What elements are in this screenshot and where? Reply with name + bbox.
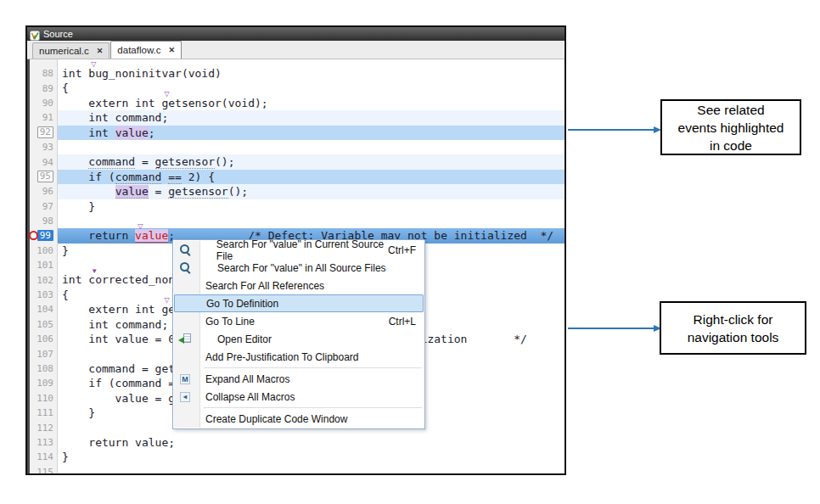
menu-item-shortcut: Ctrl+L xyxy=(389,316,416,328)
code-line-93[interactable]: 93 xyxy=(30,140,564,154)
code-line-91[interactable]: 91 int command; xyxy=(30,110,564,125)
line-number: 114 xyxy=(30,451,58,462)
event-marker-icon[interactable]: ▽ xyxy=(91,61,96,68)
window-title: Source xyxy=(43,29,73,39)
menu-item-go-to-definition[interactable]: Go To Definition xyxy=(174,294,424,312)
line-number: 107 xyxy=(30,349,58,360)
menu-icon-placeholder xyxy=(180,316,192,328)
search-icon xyxy=(180,262,192,274)
tab-bar: numerical.c✕dataflow.c✕ xyxy=(27,41,564,59)
code-line-95[interactable]: 95 if (command == 2) { xyxy=(30,170,564,184)
line-number: 103 xyxy=(30,289,58,300)
line-number: 106 xyxy=(30,333,58,344)
line-number: 102 xyxy=(30,275,58,286)
menu-item-open-editor[interactable]: Open Editor xyxy=(173,330,424,348)
context-menu: Search For "value" in Current Source Fil… xyxy=(172,239,425,429)
tab-close-icon[interactable]: ✕ xyxy=(169,46,176,54)
line-number: 94 xyxy=(30,157,58,168)
code-line-115[interactable]: 115 xyxy=(30,465,564,473)
window-titlebar[interactable]: Source xyxy=(27,27,564,41)
event-marker-icon[interactable]: ▽ xyxy=(164,91,169,98)
menu-item-label: Go To Line xyxy=(205,316,255,328)
line-number: 112 xyxy=(30,423,58,434)
polyspace-source-icon xyxy=(30,29,40,39)
line-number: 96 xyxy=(30,186,58,197)
menu-icon-placeholder xyxy=(180,351,192,363)
line-number: 93 xyxy=(30,142,58,153)
macro-collapse-icon: ◂ xyxy=(180,392,190,402)
line-number: 111 xyxy=(30,407,58,418)
menu-item-label: Open Editor xyxy=(217,333,272,345)
code-line-90[interactable]: 90 extern int getsensor(void); xyxy=(30,96,564,110)
menu-item-label: Add Pre-Justification To Clipboard xyxy=(205,351,359,363)
open-editor-icon xyxy=(180,333,192,345)
code-line-98[interactable]: 98 xyxy=(30,214,564,228)
tab-dataflow.c[interactable]: dataflow.c✕ xyxy=(110,41,182,59)
event-marker-filled-icon[interactable]: ▼ xyxy=(91,268,98,275)
menu-item-label: Create Duplicate Code Window xyxy=(205,413,347,425)
menu-item-label: Search For "value" in All Source Files xyxy=(217,262,386,274)
code-line-89[interactable]: 89{ xyxy=(30,81,564,95)
tab-close-icon[interactable]: ✕ xyxy=(97,47,104,55)
line-number: 109 xyxy=(30,378,58,389)
line-number: 104 xyxy=(30,304,58,315)
event-marker-icon[interactable]: ▽ xyxy=(138,223,143,230)
event-marker-icon[interactable]: ▽ xyxy=(164,297,169,304)
page: Source numerical.c✕dataflow.c✕ 88int bug… xyxy=(0,0,820,504)
code-line-114[interactable]: 114} xyxy=(30,450,564,464)
callout-related-events: See related events highlighted in code xyxy=(660,99,801,155)
line-number: 100 xyxy=(30,245,58,256)
line-number: 115 xyxy=(30,467,58,473)
menu-item-label: Search For All References xyxy=(205,280,324,292)
line-number: 110 xyxy=(30,393,58,404)
callout-arrow-1 xyxy=(568,129,654,131)
code-line-97[interactable]: 97 } xyxy=(30,199,564,214)
line-number: 97 xyxy=(30,201,58,212)
line-number: 90 xyxy=(30,98,58,109)
line-number: 92 xyxy=(30,126,58,138)
code-line-94[interactable]: 94 command = getsensor(); xyxy=(30,154,564,169)
menu-item-go-to-line[interactable]: Go To LineCtrl+L xyxy=(173,312,424,330)
menu-item-collapse-all-macros[interactable]: ◂Collapse All Macros xyxy=(173,388,424,406)
search-icon xyxy=(180,244,191,256)
line-number: 88 xyxy=(30,68,58,79)
callout-arrow-2 xyxy=(568,328,654,329)
menu-item-label: Go To Definition xyxy=(206,298,278,310)
tab-numerical.c[interactable]: numerical.c✕ xyxy=(32,42,110,59)
menu-item-label: Expand All Macros xyxy=(205,373,289,385)
callout-right-click: Right-click for navigation tools xyxy=(660,301,806,355)
line-number: 91 xyxy=(30,112,58,123)
menu-item-expand-all-macros[interactable]: MExpand All Macros xyxy=(173,370,424,388)
line-number: 108 xyxy=(30,363,58,374)
menu-item-search-for-value-in-all-source-files[interactable]: Search For "value" in All Source Files xyxy=(173,259,424,277)
line-number: 113 xyxy=(30,437,58,448)
line-number: 95 xyxy=(30,171,58,182)
code-line-113[interactable]: 113 return value; xyxy=(30,435,564,450)
code-line-96[interactable]: 96 value = getsensor(); xyxy=(30,184,564,199)
menu-item-add-pre-justification-to-clipboard[interactable]: Add Pre-Justification To Clipboard xyxy=(173,348,424,366)
line-number: 105 xyxy=(30,319,58,330)
line-number: 101 xyxy=(30,260,58,271)
menu-item-shortcut: Ctrl+F xyxy=(388,244,416,256)
line-number: 98 xyxy=(30,216,58,227)
menu-icon-placeholder xyxy=(181,298,193,310)
menu-icon-placeholder xyxy=(180,413,192,425)
menu-item-search-for-value-in-current-source-file[interactable]: Search For "value" in Current Source Fil… xyxy=(173,241,424,259)
menu-item-search-for-all-references[interactable]: Search For All References xyxy=(173,277,424,294)
code-line-88[interactable]: 88int bug_noninitvar(void) xyxy=(30,66,564,81)
macro-expand-icon: M xyxy=(180,374,190,384)
code-line-92[interactable]: 92 int value; xyxy=(30,126,564,140)
menu-icon-placeholder xyxy=(180,280,192,292)
line-number: 89 xyxy=(30,83,58,94)
menu-item-label: Collapse All Macros xyxy=(205,391,295,403)
tab-label: numerical.c xyxy=(39,46,89,56)
tab-label: dataflow.c xyxy=(117,45,160,55)
menu-item-create-duplicate-code-window[interactable]: Create Duplicate Code Window xyxy=(173,410,424,428)
